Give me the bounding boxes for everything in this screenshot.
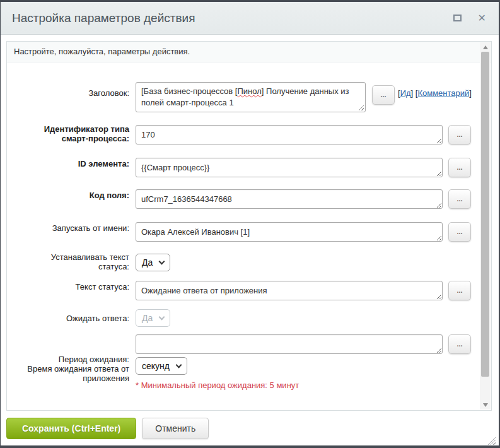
field-code-picker-button[interactable]: ... xyxy=(448,189,471,209)
close-icon[interactable]: ✕ xyxy=(478,13,486,23)
wait-period-unit-select[interactable]: секунд xyxy=(136,357,187,375)
chevron-down-icon xyxy=(159,258,165,264)
dialog-title: Настройка параметров действия xyxy=(12,11,195,25)
scrollbar[interactable] xyxy=(480,42,491,410)
element-id-picker-button[interactable]: ... xyxy=(448,158,471,177)
set-status-text-select-value: Да xyxy=(142,257,153,268)
wait-period-picker-button[interactable]: ... xyxy=(448,334,471,354)
action-settings-dialog: Настройка параметров действия ✕ Настройт… xyxy=(0,0,500,448)
save-button[interactable]: Сохранить (Ctrl+Enter) xyxy=(6,418,136,439)
scroll-down-button[interactable] xyxy=(480,400,491,410)
screen: Настройка параметров действия ✕ Настройт… xyxy=(0,0,500,448)
run-as-label: Запускать от имени: xyxy=(7,223,129,233)
chevron-down-icon xyxy=(159,314,165,320)
set-status-text-label: Устанавливать текст статуса: xyxy=(7,252,129,271)
wait-response-label: Ожидать ответа: xyxy=(7,314,129,323)
set-status-text-select[interactable]: Да xyxy=(136,254,170,271)
title-textarea[interactable]: [База бизнес-процессов [Пинол] Получение… xyxy=(136,82,366,112)
run-as-input[interactable]: Окара Алексей Иванович [1] xyxy=(136,222,443,242)
textarea-resize-grip-icon[interactable] xyxy=(358,104,364,110)
instruction-text: Настройте, пожалуйста, параметры действи… xyxy=(7,42,491,62)
field-code-label: Код поля: xyxy=(7,191,129,200)
dialog-body: Настройте, пожалуйста, параметры действи… xyxy=(1,35,499,445)
wait-period-input[interactable] xyxy=(136,334,443,354)
bracket: ] xyxy=(469,88,472,98)
title-picker-button[interactable]: ... xyxy=(372,85,395,105)
status-text-input[interactable]: Ожидание ответа от приложения xyxy=(136,281,443,300)
bracket: ] xyxy=(411,88,414,98)
run-as-picker-button[interactable]: ... xyxy=(448,222,471,242)
title-value-before: [База бизнес-процессов [ xyxy=(141,86,237,96)
dialog-resize-grip-icon[interactable] xyxy=(487,437,496,445)
title-insert-links: [Ид] [Комментарий] xyxy=(398,88,472,98)
smart-process-type-id-label: Идентификатор типа смарт-процесса: xyxy=(7,124,129,143)
status-text-label: Текст статуса: xyxy=(7,282,129,292)
id-link[interactable]: Ид xyxy=(400,88,411,98)
smart-process-type-id-input[interactable]: 170 xyxy=(136,125,443,144)
title-value-misspelled-word: Пинол xyxy=(237,86,261,96)
triangle-up-icon xyxy=(483,45,488,49)
dialog-titlebar: Настройка параметров действия ✕ xyxy=(1,2,499,35)
scroll-up-button[interactable] xyxy=(480,42,491,52)
wait-period-label: Период ожидания: Время ожидания ответа о… xyxy=(7,355,129,383)
minimum-period-note: * Минимальный период ожидания: 5 минут xyxy=(136,380,299,390)
chevron-down-icon xyxy=(176,362,182,368)
triangle-down-icon xyxy=(483,403,488,407)
smart-process-type-id-picker-button[interactable]: ... xyxy=(448,125,471,144)
wait-response-select-disabled: Да xyxy=(136,309,170,327)
cancel-button[interactable]: Отменить xyxy=(142,418,209,439)
maximize-icon[interactable] xyxy=(453,15,462,21)
status-text-picker-button[interactable]: ... xyxy=(448,281,471,300)
window-controls: ✕ xyxy=(453,13,486,23)
wait-period-unit-value: секунд xyxy=(142,361,170,371)
comment-link[interactable]: Комментарий xyxy=(417,88,469,98)
title-label: Заголовок: xyxy=(7,88,129,98)
field-code-input[interactable]: ufCrm7_1636544347668 xyxy=(136,189,443,209)
settings-panel: Настройте, пожалуйста, параметры действи… xyxy=(6,41,492,411)
scrollbar-thumb[interactable] xyxy=(481,52,489,377)
element-id-label: ID элемента: xyxy=(7,159,129,168)
dialog-footer: Сохранить (Ctrl+Enter) Отменить xyxy=(6,418,209,439)
element-id-input[interactable]: {{Смарт процесс}} xyxy=(136,158,443,177)
wait-response-select-value: Да xyxy=(142,313,153,323)
